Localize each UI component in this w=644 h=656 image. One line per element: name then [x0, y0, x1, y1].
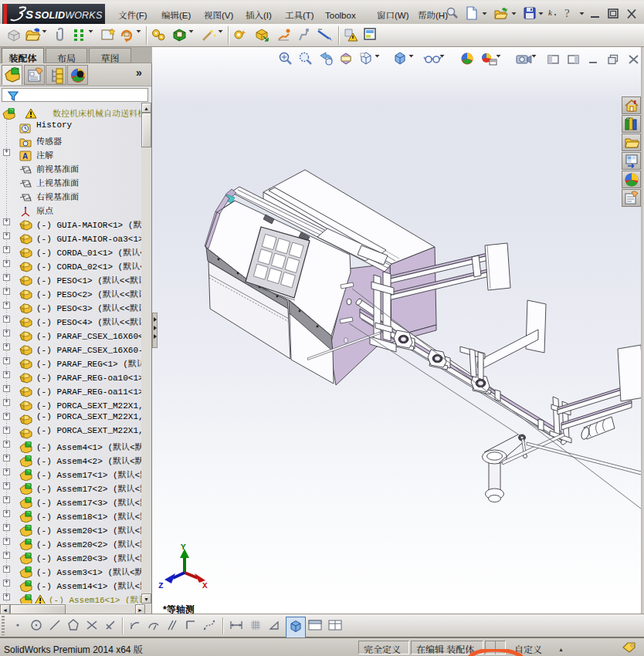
- svg-text:?: ?: [564, 7, 570, 19]
- svg-text:Y: Y: [181, 543, 186, 552]
- svg-text:k: k: [548, 8, 553, 17]
- svg-text:Z: Z: [158, 581, 164, 590]
- svg-text:S: S: [25, 8, 33, 21]
- svg-text:X: X: [202, 581, 208, 590]
- svg-text:SOLIDWORKS: SOLIDWORKS: [35, 10, 103, 21]
